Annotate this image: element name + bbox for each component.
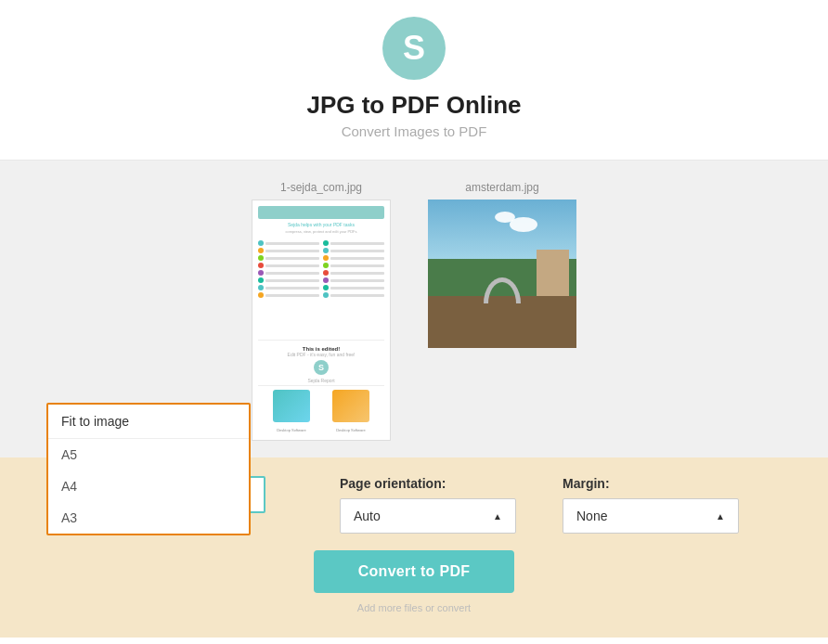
page-size-dropdown-open[interactable]: Fit to image A5 A4 A3	[46, 403, 251, 535]
dot-icon	[258, 285, 264, 290]
dot-icon	[258, 263, 264, 268]
orientation-label: Page orientation:	[340, 476, 446, 491]
line	[265, 294, 319, 297]
line	[265, 272, 319, 275]
dot-icon	[258, 240, 264, 246]
line	[265, 242, 319, 245]
page-subtitle: Convert Images to PDF	[0, 123, 828, 139]
doc-description: compress, view, protect and edit your PD…	[258, 229, 384, 234]
doc-thumbnail: Sejda helps with your PDF tasks compress…	[252, 200, 391, 441]
doc-sig: Sejda Report	[262, 378, 381, 383]
col-item	[258, 292, 319, 298]
dropdown-popup: Fit to image A5 A4 A3	[46, 403, 251, 535]
col-item	[258, 240, 319, 246]
doc-columns	[258, 240, 384, 336]
option-a4[interactable]: A4	[48, 470, 249, 502]
col-item	[323, 263, 384, 268]
margin-dropdown-btn[interactable]: None ▲	[563, 498, 739, 534]
dot-icon	[323, 248, 329, 253]
page-orientation-dropdown-btn[interactable]: Auto ▲	[340, 498, 516, 534]
col-item	[323, 277, 384, 283]
logo: S	[382, 17, 446, 80]
line	[330, 287, 384, 290]
option-a3[interactable]: A3	[48, 502, 249, 534]
header: S JPG to PDF Online Convert Images to PD…	[0, 0, 828, 160]
line	[330, 250, 384, 252]
dot-icon	[323, 255, 329, 261]
dot-icon	[258, 292, 264, 298]
line	[265, 250, 319, 252]
doc-icon-labels: Desktop Software Desktop Software	[258, 426, 384, 434]
doc-tagline: Sejda helps with your PDF tasks	[258, 222, 384, 227]
advert-text: Add more files or convert	[357, 602, 471, 613]
col-item	[258, 263, 319, 268]
line	[265, 279, 319, 282]
line	[330, 264, 384, 267]
convert-row: Convert to PDF	[0, 550, 828, 593]
col-left	[258, 240, 319, 336]
icon-label-2: Desktop Software	[336, 428, 366, 432]
option-a5[interactable]: A5	[48, 439, 249, 470]
thumbnails-row: 1-sejda_com.jpg Sejda helps with your PD…	[0, 181, 828, 441]
logo-s: S	[318, 363, 324, 372]
line	[330, 257, 384, 260]
dot-icon	[323, 285, 329, 290]
chevron-down-icon: ▲	[716, 511, 725, 522]
icon-block-2	[332, 390, 369, 422]
dot-icon	[323, 263, 329, 268]
col-item	[323, 292, 384, 298]
col-right	[323, 240, 384, 336]
page-orientation-group: Page orientation: Auto ▲	[340, 476, 516, 534]
doc-logo: S	[314, 360, 329, 375]
dropdown-selected-text: Fit to image	[61, 414, 129, 429]
photo-thumbnail	[428, 200, 576, 348]
photo-ground	[428, 296, 576, 348]
col-item	[258, 270, 319, 276]
bottom-strip: Fit to image A5 A4 A3 Fit to image ▲ Pag…	[0, 457, 828, 638]
col-item	[258, 285, 319, 290]
doc-mid-sub: Edit PDF - it's easy, fun and free!	[262, 352, 381, 357]
main-content: 1-sejda_com.jpg Sejda helps with your PD…	[0, 161, 828, 638]
col-item	[258, 248, 319, 253]
convert-button[interactable]: Convert to PDF	[314, 550, 515, 593]
line	[330, 294, 384, 297]
doc-header-bar	[258, 206, 384, 219]
icon-block-1	[273, 390, 310, 422]
advert-strip: Add more files or convert	[0, 593, 828, 623]
page-title: JPG to PDF Online	[0, 91, 828, 120]
thumbnail-item-1: 1-sejda_com.jpg Sejda helps with your PD…	[252, 181, 391, 441]
dot-icon	[258, 270, 264, 276]
line	[330, 279, 384, 282]
thumb-label-1: 1-sejda_com.jpg	[280, 181, 362, 194]
col-item	[323, 240, 384, 246]
photo-building	[537, 250, 569, 296]
cloud-2	[495, 212, 515, 223]
margin-label: Margin:	[563, 476, 610, 491]
dot-icon	[323, 240, 329, 246]
doc-bottom-icons	[258, 385, 384, 426]
dropdown-selected-display[interactable]: Fit to image	[48, 405, 249, 439]
line	[265, 264, 319, 267]
thumbnail-item-2: amsterdam.jpg	[428, 181, 576, 441]
dot-icon	[323, 270, 329, 276]
chevron-down-icon: ▲	[493, 511, 502, 522]
line	[330, 242, 384, 245]
col-item	[323, 270, 384, 276]
doc-mid: This is edited! Edit PDF - it's easy, fu…	[258, 340, 384, 385]
dot-icon	[258, 255, 264, 261]
col-item	[323, 285, 384, 290]
dot-icon	[258, 248, 264, 253]
col-item	[323, 248, 384, 253]
dot-icon	[323, 277, 329, 283]
col-item	[258, 277, 319, 283]
orientation-value: Auto	[354, 509, 381, 523]
line	[330, 272, 384, 275]
col-item	[323, 255, 384, 261]
line	[265, 287, 319, 290]
dot-icon	[323, 292, 329, 298]
logo-letter: S	[403, 32, 425, 65]
margin-group: Margin: None ▲	[563, 476, 739, 534]
margin-value: None	[576, 509, 607, 523]
dot-icon	[258, 277, 264, 283]
col-item	[258, 255, 319, 261]
